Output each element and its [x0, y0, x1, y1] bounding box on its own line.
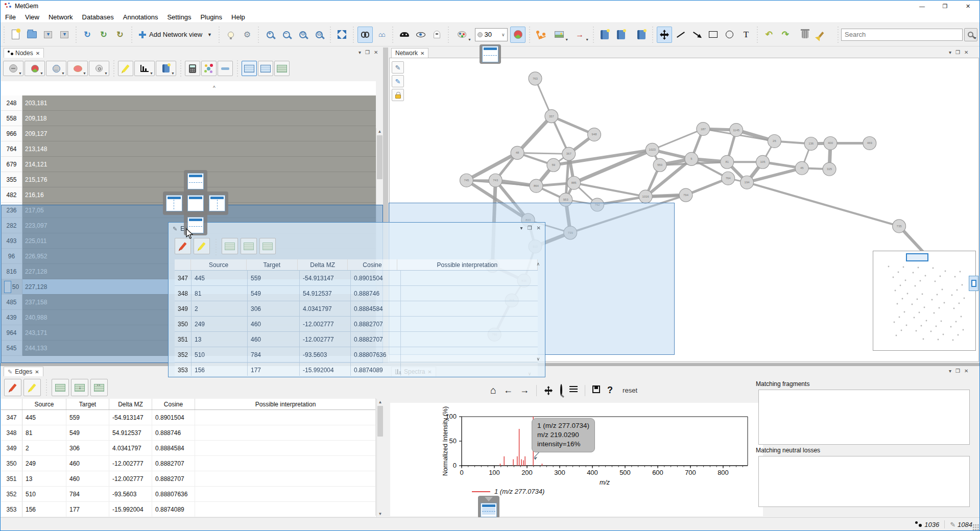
node-ring-button[interactable]: ▼: [89, 61, 109, 76]
link-views-button[interactable]: [357, 27, 373, 43]
menu-databases[interactable]: Databases: [78, 12, 118, 23]
highlight-yellow-button[interactable]: [194, 238, 210, 254]
title-bar[interactable]: MetGem — ❐ ✕: [1, 1, 979, 12]
table-export-button[interactable]: [274, 61, 290, 76]
resize-grip[interactable]: [972, 524, 979, 530]
matching-fragments-box[interactable]: [758, 390, 970, 445]
tab-edges[interactable]: ✎ Edges ✕: [4, 367, 43, 376]
import-group-mapping-button[interactable]: ↻: [112, 27, 128, 43]
zoom-selection-button[interactable]: ⊡: [312, 27, 327, 43]
col-interpretation[interactable]: Possible interpretation: [195, 399, 376, 409]
edges-table-header[interactable]: Source Target Delta MZ Cosine Possible i…: [1, 399, 376, 410]
nodes-table-row[interactable]: 966209,127: [1, 126, 376, 141]
row-header[interactable]: 355: [1, 172, 22, 187]
cluster-button[interactable]: [201, 61, 217, 76]
edges-table-row[interactable]: 350249460-12.0027770.8882707: [1, 456, 376, 471]
row-header[interactable]: 679: [1, 157, 22, 172]
col-target[interactable]: Target: [247, 259, 298, 270]
node-color-mapping-button[interactable]: ▼: [67, 61, 88, 76]
redo-button[interactable]: ↷: [778, 27, 793, 43]
edges-scrollbar[interactable]: ▲ ▼: [376, 399, 384, 517]
node-pie-button[interactable]: ▼: [25, 61, 45, 76]
new-project-button[interactable]: [8, 27, 23, 43]
highlight-nodes-button[interactable]: [118, 61, 133, 76]
dock-close-icon[interactable]: ✕: [374, 50, 378, 55]
edges-table-row[interactable]: 3488154954.9125370.888746: [1, 425, 376, 441]
export-cytoscape-button[interactable]: [533, 27, 548, 43]
close-icon[interactable]: ✕: [420, 51, 424, 56]
col-target[interactable]: Target: [66, 399, 109, 409]
dock-target-top[interactable]: [187, 173, 204, 189]
menu-annotations[interactable]: Annotations: [118, 12, 163, 23]
dock-indicator-top[interactable]: [482, 46, 498, 62]
dock-close-icon[interactable]: ✕: [537, 225, 541, 231]
table-fit-button[interactable]: ↔: [90, 379, 108, 396]
menu-network[interactable]: Network: [44, 12, 78, 23]
table-rows-button[interactable]: [222, 238, 238, 254]
dock-target-left[interactable]: [166, 195, 182, 211]
row-header[interactable]: 764: [1, 141, 22, 157]
minimap-viewport[interactable]: [906, 253, 928, 261]
scroll-down-icon[interactable]: ▼: [377, 511, 384, 517]
row-header[interactable]: 558: [1, 111, 22, 126]
home-button[interactable]: ⌂: [490, 384, 496, 396]
edges-table-row[interactable]: 34923064.03417970.8884584: [175, 301, 538, 317]
databases-button[interactable]: [634, 27, 649, 43]
dock-menu-icon[interactable]: ▾: [520, 225, 523, 231]
export-metadata-button[interactable]: →▼: [570, 27, 589, 43]
col-interpretation[interactable]: Possible interpretation: [397, 259, 538, 270]
network-minimap[interactable]: [873, 251, 976, 351]
zoom-in-button[interactable]: +: [262, 27, 278, 43]
col-source[interactable]: Source: [22, 399, 66, 409]
row-header[interactable]: 966: [1, 126, 22, 141]
dock-menu-icon[interactable]: ▾: [949, 50, 951, 55]
dock-indicator-bottom[interactable]: [481, 503, 497, 517]
close-icon[interactable]: ✕: [35, 369, 39, 375]
table-filter-button[interactable]: [258, 61, 273, 76]
edges-table-row[interactable]: 35113460-12.0027770.8882707: [175, 332, 538, 347]
draw-ellipse-tool-button[interactable]: [722, 27, 737, 43]
zoom-reset-button[interactable]: ⊙: [295, 27, 310, 43]
dock-float-icon[interactable]: ❐: [955, 368, 960, 374]
neighbors-button[interactable]: ⌂⌂: [374, 27, 389, 43]
highlight-red-button[interactable]: [4, 379, 21, 396]
menu-plugins[interactable]: Plugins: [196, 12, 227, 23]
col-cosine[interactable]: Cosine: [152, 399, 195, 409]
delete-annotations-button[interactable]: [797, 27, 812, 43]
scroll-up-icon[interactable]: ▲: [376, 128, 383, 135]
open-project-button[interactable]: [24, 27, 39, 43]
draw-rect-tool-button[interactable]: [706, 27, 721, 43]
pan-button[interactable]: [544, 386, 553, 395]
hide-isolated-nodes-button[interactable]: [223, 27, 238, 43]
nodes-table-row[interactable]: 764213,148: [1, 141, 376, 157]
panel-handle-button[interactable]: [969, 276, 978, 291]
save-as-button[interactable]: [57, 27, 72, 43]
node-mz-value[interactable]: 209,127: [22, 126, 376, 141]
scroll-up-icon[interactable]: ▲: [377, 399, 384, 405]
highlight-yellow-button[interactable]: [23, 379, 41, 396]
table-rows-button[interactable]: [52, 379, 69, 396]
edges-table-row[interactable]: 353156177-15.9920040.8874089: [1, 502, 376, 517]
edges-table-row[interactable]: 353156177-15.9920040.8874089: [175, 363, 538, 376]
text-tool-button[interactable]: T: [738, 27, 754, 43]
scroll-down-icon[interactable]: ∨: [536, 356, 540, 361]
draw-line-tool-button[interactable]: [673, 27, 688, 43]
reset-button[interactable]: reset: [620, 385, 640, 396]
edges-table-row[interactable]: 3488154954.9125370.888746: [175, 286, 538, 301]
move-tool-button[interactable]: [657, 27, 672, 43]
forward-button[interactable]: →: [520, 385, 529, 396]
highlight-red-button[interactable]: [175, 238, 191, 254]
tab-nodes[interactable]: Nodes ✕: [4, 48, 44, 58]
floating-edges-panel[interactable]: ✎ Edges ▾ ❐ ✕ Source Target Delta MZ Cos…: [168, 222, 545, 377]
edge-width-button[interactable]: [218, 61, 233, 76]
draw-arrow-tool-button[interactable]: [689, 27, 705, 43]
table-sort-button[interactable]: [241, 238, 257, 254]
row-header[interactable]: 248: [1, 95, 22, 111]
edges-table-row[interactable]: 35113460-12.0027770.8882707: [1, 471, 376, 487]
node-mz-value[interactable]: 213,148: [22, 141, 376, 157]
menu-settings[interactable]: Settings: [162, 12, 196, 23]
import-metadata-button[interactable]: ↻: [96, 27, 111, 43]
label-size-combobox[interactable]: 30 ∨: [475, 28, 508, 41]
col-delta-mz[interactable]: Delta MZ: [109, 399, 152, 409]
undo-button[interactable]: ↶: [761, 27, 777, 43]
